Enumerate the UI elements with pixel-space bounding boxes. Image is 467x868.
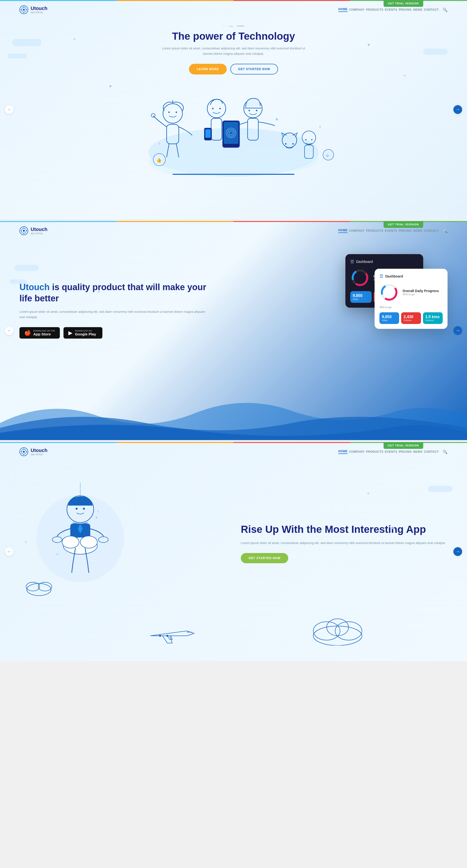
search-icon-3[interactable]: 🔍 (443, 450, 447, 454)
slide-2-left: Utouch is quality product that will make… (20, 282, 222, 339)
db-tile-steps: 9,850 Steps (350, 291, 372, 303)
svg-point-10 (163, 104, 182, 123)
logo-3[interactable]: Utouch app startup (20, 447, 47, 456)
nav-news-2[interactable]: NEWS (413, 229, 423, 232)
plus-deco-3a: + (367, 491, 370, 496)
nav-products-3[interactable]: PRODUCTS (366, 450, 383, 454)
db-title-front: Dashboard (385, 274, 403, 278)
slide-1-desc: Lorem ipsum dolor sit amet, consectetuer… (161, 46, 306, 57)
nav-news-3[interactable]: NEWS (413, 450, 423, 454)
slide-3-desc: Lorem ipsum dolor sit amet, consectetuer… (241, 540, 447, 546)
next-arrow-1[interactable]: → (454, 105, 462, 114)
slide-3-right: Rise Up With the Most Interesting App Lo… (226, 523, 447, 563)
svg-text:☺: ☺ (326, 153, 329, 157)
prev-arrow-3[interactable]: ← (5, 547, 13, 556)
svg-point-9 (231, 148, 319, 172)
nav-events-3[interactable]: EVENTS (385, 450, 397, 454)
app-store-button[interactable]: 🍎 Download on the App Store (20, 327, 60, 339)
slide-1-buttons: LEARN MORE GET STARTED NOW (161, 64, 306, 74)
headline-deco: ·· — (161, 23, 306, 29)
svg-point-94 (327, 619, 348, 636)
trial-button-3[interactable]: GET TRIAL VERSION (383, 442, 423, 449)
svg-point-69 (83, 508, 85, 510)
slide-1-text: ·· — The power of Technology Lorem ipsum… (161, 23, 306, 82)
nav-pricing-1[interactable]: PRICING (399, 8, 412, 11)
slide-1-content: ·· — The power of Technology Lorem ipsum… (0, 19, 467, 183)
next-arrow-2[interactable]: → (454, 326, 462, 335)
db-stat-percent: 45% to go (379, 306, 443, 309)
db-title-back: Dashboard (356, 260, 373, 264)
db-tile-calories-front: 2,430 Calories (401, 312, 421, 324)
get-started-button-1[interactable]: GET STARTED NOW (230, 64, 278, 74)
slide-2-content: Utouch is quality product that will make… (0, 240, 467, 371)
nav-links-2: HOME COMPANY PRODUCTS EVENTS PRICING NEW… (338, 228, 447, 233)
svg-point-73 (99, 537, 108, 542)
next-arrow-3[interactable]: → (454, 547, 462, 556)
db-menu-icon-front: ☰ (379, 274, 383, 279)
hero-svg-1: ★ ✦ ✦ 👍 ☺ (124, 84, 343, 182)
nav-products-1[interactable]: PRODUCTS (366, 8, 383, 11)
search-icon-1[interactable]: 🔍 (443, 7, 447, 12)
cloud-bottom-svg (307, 616, 368, 646)
slide-3-svg: ✦ ✦ (20, 470, 141, 616)
db-donut-front (379, 283, 399, 302)
apple-icon: 🍎 (24, 330, 31, 336)
slide-3-left: ✦ ✦ (20, 470, 226, 616)
trial-button-2[interactable]: GET TRIAL VERSION (383, 221, 423, 228)
get-started-button-3[interactable]: GET STARTED NOW (241, 553, 288, 563)
cloud-deco-3a (428, 486, 453, 492)
nav-home-3[interactable]: HOME (338, 450, 347, 454)
svg-point-23 (248, 110, 250, 111)
nav-news-1[interactable]: NEWS (413, 8, 423, 11)
logo-1[interactable]: Utouch app startup (20, 5, 47, 14)
slide-2-desc: Lorem ipsum dolor sit amet, consectetuer… (20, 309, 207, 320)
nav-home-2[interactable]: HOME (338, 228, 347, 233)
db-tile-distance-front: 1.5 kms Distance (423, 312, 443, 324)
google-play-button[interactable]: ▶ Download on Google Play (64, 327, 102, 339)
svg-rect-27 (224, 122, 238, 144)
nav-contact-1[interactable]: CONTACT (424, 8, 439, 11)
nav-events-1[interactable]: EVENTS (385, 8, 397, 11)
svg-rect-20 (205, 129, 211, 138)
play-icon: ▶ (68, 330, 72, 336)
slide-2-title: Utouch is quality product that will make… (20, 282, 207, 305)
nav-company-2[interactable]: COMPANY (349, 229, 365, 232)
svg-point-24 (256, 110, 257, 111)
svg-point-48 (23, 230, 25, 232)
slide-2-right: ☰ Dashboard Overall Daily Progress 45% t… (222, 249, 447, 371)
db-header-front: ☰ Dashboard (379, 274, 443, 279)
nav-company-3[interactable]: COMPANY (349, 450, 365, 454)
logo-icon-1 (20, 5, 28, 14)
svg-point-80 (27, 584, 51, 596)
nav-pricing-2[interactable]: PRICING (399, 229, 412, 232)
svg-point-12 (176, 112, 177, 113)
plane-deco (148, 626, 197, 647)
hero-illustration-1: ★ ✦ ✦ 👍 ☺ (124, 84, 343, 183)
search-icon-2[interactable]: 🔍 (443, 228, 447, 233)
svg-point-75 (62, 536, 79, 548)
nav-contact-2[interactable]: CONTACT (424, 229, 439, 232)
svg-text:✦: ✦ (319, 125, 322, 129)
db-progress-text-front: Overall Daily Progress 45% to go (403, 289, 439, 296)
svg-point-16 (212, 108, 213, 109)
svg-text:👍: 👍 (156, 157, 162, 163)
learn-more-button[interactable]: LEARN MORE (189, 64, 227, 74)
nav-events-2[interactable]: EVENTS (385, 229, 397, 232)
prev-arrow-2[interactable]: ← (5, 326, 13, 335)
svg-point-36 (311, 139, 312, 141)
db-tiles-front: 9,850 Steps 2,430 Calories 1.5 kms Dista… (379, 312, 443, 324)
nav-contact-3[interactable]: CONTACT (424, 450, 439, 454)
svg-point-90 (166, 635, 168, 637)
svg-point-14 (151, 114, 155, 117)
nav-company-1[interactable]: COMPANY (349, 8, 365, 11)
slide-1-title: The power of Technology (161, 30, 306, 42)
nav-products-2[interactable]: PRODUCTS (366, 229, 383, 232)
logo-2[interactable]: Utouch app startup (20, 226, 47, 235)
logo-icon-2 (20, 226, 28, 235)
nav-home-1[interactable]: HOME (338, 7, 347, 12)
prev-arrow-1[interactable]: ← (5, 105, 13, 114)
slide-3-title: Rise Up With the Most Interesting App (241, 523, 447, 535)
trial-button-1[interactable]: GET TRIAL VERSION (383, 0, 423, 7)
db-tile-steps-front: 9,850 Steps (379, 312, 399, 324)
nav-pricing-3[interactable]: PRICING (399, 450, 412, 454)
